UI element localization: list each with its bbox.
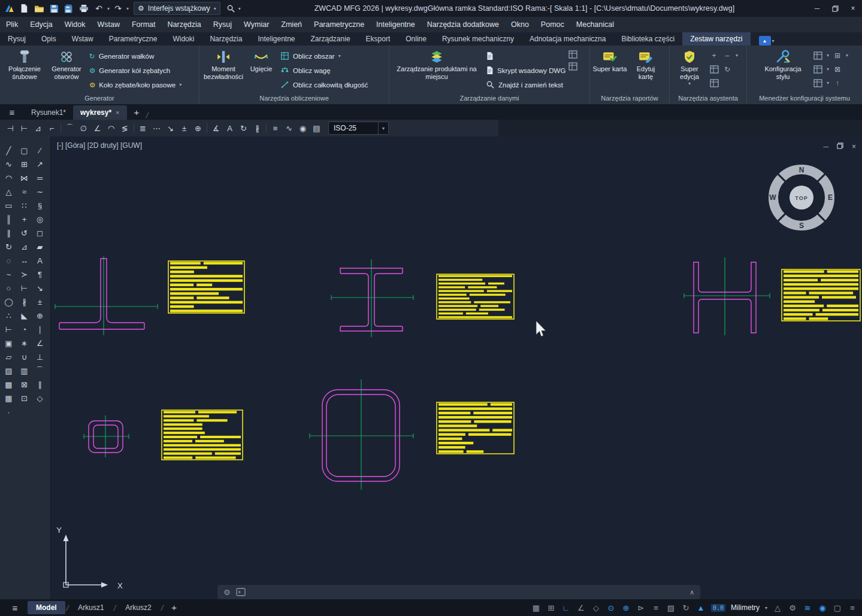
tool-copy-tool[interactable]: ∥ bbox=[1, 226, 16, 239]
undo-icon[interactable]: ↶ bbox=[92, 2, 105, 15]
angular-dimension-button[interactable]: ∠ bbox=[90, 122, 104, 135]
tool-sketch[interactable]: ∼ bbox=[32, 185, 47, 198]
tool-table[interactable]: ▦ bbox=[1, 392, 16, 405]
menu-format[interactable]: Format bbox=[126, 17, 162, 32]
calc-length-button[interactable]: Oblicz całkowitą długość bbox=[277, 78, 371, 92]
minimize-button[interactable]: ─ bbox=[808, 0, 826, 17]
menu-parametryczne[interactable]: Parametryczne bbox=[308, 17, 370, 32]
quick-dimension-button[interactable]: ⊣ bbox=[4, 122, 17, 135]
moment-of-inertia-button[interactable]: Moment bezwładności bbox=[202, 47, 245, 92]
data-table-button[interactable] bbox=[568, 50, 577, 59]
lineweight-display[interactable]: ≡ bbox=[651, 602, 661, 613]
workspace-selector[interactable]: ⚙ Interfejs wstążkowy ▾ bbox=[134, 2, 220, 15]
dimension-style-button[interactable]: ▤ bbox=[310, 122, 323, 135]
tool-rectangle[interactable]: ▭ bbox=[1, 199, 16, 212]
viewport-controls-label[interactable]: [-] [Góra] [2D druty] [GUW] bbox=[57, 141, 142, 150]
tool-gradient[interactable]: ▩ bbox=[1, 378, 16, 391]
tool-hatch[interactable]: ▨ bbox=[1, 364, 16, 377]
close-button[interactable]: × bbox=[844, 0, 862, 17]
menu-wstaw[interactable]: Wstaw bbox=[91, 17, 126, 32]
snap-mode[interactable]: ⊞ bbox=[546, 602, 556, 613]
redo-icon[interactable]: ↷ bbox=[111, 2, 125, 15]
tool-array[interactable]: ∷ bbox=[17, 199, 32, 212]
save-all-icon[interactable] bbox=[62, 2, 75, 15]
tab-model[interactable]: Model bbox=[28, 601, 65, 614]
tool-rotate[interactable]: ↻ bbox=[1, 240, 16, 253]
add-item-button[interactable]: + bbox=[709, 51, 719, 60]
workspace-switch[interactable]: ⚙ bbox=[788, 602, 797, 613]
tool-rotate2[interactable]: ↺ bbox=[17, 226, 32, 239]
center-mark-button[interactable]: ⊕ bbox=[191, 122, 205, 135]
config-lock-button[interactable]: ⊠ bbox=[833, 65, 842, 74]
tool-revision-cloud[interactable]: ◌ bbox=[1, 254, 16, 267]
gear-belt-button[interactable]: ⚙ Koło zębate/koło pasowe ▾ bbox=[86, 78, 185, 92]
batch-script-button[interactable]: Skrypt wsadowy DWG bbox=[483, 63, 565, 77]
tool-ray[interactable]: ↗ bbox=[32, 157, 47, 171]
product-management-button[interactable]: Zarządzanie produktami na miejscu bbox=[392, 47, 482, 92]
tool-osnap-settings[interactable]: ◇ bbox=[32, 392, 47, 405]
ribbon-tab-zarządzanie[interactable]: Zarządzanie bbox=[303, 32, 358, 45]
config-table-3-button[interactable] bbox=[813, 78, 823, 88]
config-table-2-button[interactable] bbox=[813, 65, 823, 74]
menu-rysuj[interactable]: Rysuj bbox=[207, 17, 238, 32]
tool-lock[interactable]: ⊠ bbox=[17, 378, 32, 391]
ribbon-tab-online[interactable]: Online bbox=[398, 32, 434, 45]
tool-spline[interactable]: ~ bbox=[1, 268, 16, 281]
quick-leader-button[interactable]: ↘ bbox=[164, 122, 177, 135]
ribbon-tab-rysuj[interactable]: Rysuj bbox=[0, 32, 34, 45]
tool-scale[interactable]: ⊿ bbox=[17, 240, 32, 253]
polar-tracking[interactable]: ∠ bbox=[576, 602, 586, 613]
tool-copy[interactable]: ⊞ bbox=[17, 157, 32, 171]
dimension-space-button[interactable]: ≡ bbox=[268, 122, 282, 135]
doc-tab-wykresy[interactable]: wykresy* × bbox=[73, 105, 126, 120]
tab-arkusz2[interactable]: Arkusz2 bbox=[117, 601, 159, 614]
tool-erase[interactable]: ▢ bbox=[17, 144, 32, 157]
ortho-mode[interactable]: ∟ bbox=[561, 602, 571, 613]
ribbon-tab-narzędzia[interactable]: Narzędzia bbox=[202, 32, 250, 45]
isometric-draft[interactable]: ◇ bbox=[591, 602, 601, 613]
command-input[interactable] bbox=[251, 587, 684, 597]
tool-group[interactable]: ▥ bbox=[17, 364, 32, 377]
super-edit-button[interactable]: Super edycja ▾ bbox=[672, 47, 707, 92]
ribbon-collapse-button[interactable]: ▲ ▾ bbox=[759, 36, 775, 45]
assist-grid-button[interactable] bbox=[709, 78, 719, 88]
close-tab-icon[interactable]: × bbox=[116, 109, 119, 116]
tool-fillet[interactable]: ◔ bbox=[17, 323, 32, 336]
tolerance-button[interactable]: ± bbox=[177, 122, 191, 135]
deflection-button[interactable]: Ugięcie bbox=[246, 47, 276, 92]
continue-dimension-button[interactable]: ⋯ bbox=[150, 122, 164, 135]
jog-line-button[interactable]: ∿ bbox=[282, 122, 296, 135]
grid-display[interactable]: ▦ bbox=[531, 602, 541, 613]
search-icon[interactable] bbox=[225, 4, 237, 13]
new-file-icon[interactable] bbox=[17, 2, 31, 15]
tool-tangent[interactable]: ⌒ bbox=[32, 364, 47, 377]
shaft-generator-button[interactable]: ↻ Generator wałków bbox=[86, 49, 185, 63]
calc-area-button[interactable]: Oblicz obszar ▾ bbox=[277, 49, 371, 63]
save-icon[interactable] bbox=[47, 2, 61, 15]
data-grid-button[interactable] bbox=[568, 62, 577, 71]
super-card-button[interactable]: Super karta bbox=[592, 47, 627, 92]
assist-table-button[interactable] bbox=[709, 65, 719, 74]
tool-image-attach[interactable]: ▱ bbox=[1, 350, 16, 363]
tool-unlock[interactable]: ⊡ bbox=[17, 392, 32, 405]
expand-command-history-icon[interactable]: ∧ bbox=[689, 588, 694, 596]
linear-dimension-button[interactable]: ⊢ bbox=[17, 122, 31, 135]
tool-line[interactable]: ╱ bbox=[1, 144, 16, 157]
tool-polygon[interactable]: △ bbox=[1, 185, 16, 198]
config-table-1-button[interactable] bbox=[813, 51, 823, 60]
tool-extend[interactable]: ⊢ bbox=[17, 281, 32, 295]
find-replace-button[interactable]: Znajdź i zamień tekst bbox=[483, 78, 565, 92]
annotation-scale[interactable]: ▲ bbox=[696, 602, 706, 613]
ribbon-tab-adnotacja-mechaniczna[interactable]: Adnotacja mechaniczna bbox=[522, 32, 613, 45]
viewport-close-icon[interactable]: × bbox=[852, 142, 856, 151]
command-window-icon[interactable] bbox=[236, 588, 246, 596]
object-snap-tracking[interactable]: ⊕ bbox=[621, 602, 631, 613]
new-tab-button[interactable]: + bbox=[127, 105, 147, 120]
inspect-dimension-button[interactable]: ◉ bbox=[296, 122, 310, 135]
refresh-button[interactable]: ↻ bbox=[722, 65, 732, 74]
ribbon-tab-eksport[interactable]: Eksport bbox=[358, 32, 398, 45]
hole-generator-button[interactable]: Generator otworów bbox=[48, 47, 85, 92]
object-snap[interactable]: ⊙ bbox=[606, 602, 616, 613]
tool-helix[interactable]: § bbox=[32, 199, 47, 212]
menu-wymiar[interactable]: Wymiar bbox=[238, 17, 275, 32]
